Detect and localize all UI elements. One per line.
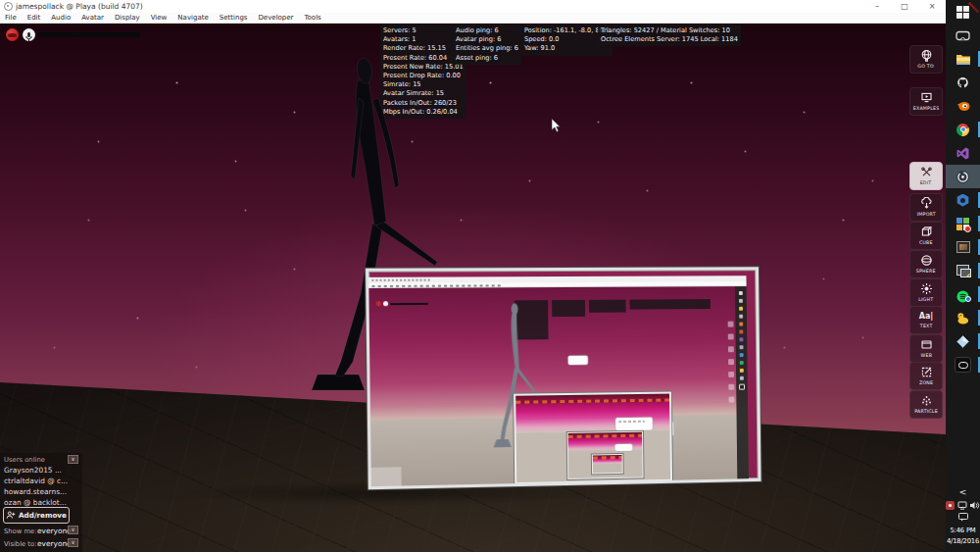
user-list-item[interactable]: howard.stearns... [4, 487, 67, 496]
menu-settings[interactable]: Settings [220, 14, 248, 22]
show-me-dropdown-button[interactable]: ∨ [68, 526, 78, 534]
mute-status-icon[interactable] [6, 28, 19, 41]
taskbar-spotify[interactable] [946, 282, 980, 306]
users-panel-header: Users online [4, 456, 45, 464]
taskbar-prism[interactable] [946, 329, 980, 353]
menu-edit[interactable]: Edit [27, 14, 41, 22]
taskbar-media-pill[interactable] [946, 353, 980, 376]
visible-to-value[interactable]: everyone [37, 539, 72, 548]
edit-button[interactable]: EDIT [909, 162, 943, 190]
particle-icon [920, 394, 933, 407]
user-list-item[interactable]: ozan @ backlot... [4, 498, 67, 507]
import-cloud-icon [920, 197, 933, 210]
windows-logo-icon [956, 6, 969, 19]
audio-level-meter [38, 32, 140, 37]
goto-button[interactable]: GO TO [909, 45, 943, 74]
tray-date: 4/18/2016 [946, 536, 980, 547]
virtual-screen-entity[interactable] [366, 267, 761, 489]
examples-button[interactable]: EXAMPLES [909, 87, 943, 116]
goto-globe-icon [920, 49, 933, 62]
visible-to-dropdown-button[interactable]: ∨ [68, 538, 78, 547]
tray-expand-button[interactable]: < [959, 487, 967, 497]
menu-display[interactable]: Display [115, 14, 140, 22]
menu-audio[interactable]: Audio [51, 14, 71, 22]
taskbar-clock[interactable]: 5:46 PM 4/18/2016 [946, 526, 980, 547]
taskbar-interface-app-active[interactable] [946, 165, 980, 188]
taskbar-image-viewer[interactable] [946, 235, 980, 259]
light-icon [920, 282, 933, 295]
menu-tools[interactable]: Tools [305, 14, 321, 22]
particle-button[interactable]: PARTICLE [909, 390, 943, 419]
menu-view[interactable]: View [151, 14, 168, 22]
import-button[interactable]: IMPORT [909, 193, 943, 222]
menu-developer[interactable]: Developer [258, 14, 293, 22]
tray-message-icon[interactable] [958, 513, 968, 522]
mirrored-audio-meter [390, 303, 428, 305]
add-remove-button[interactable]: Add/remove [3, 507, 70, 524]
show-me-label: Show me: [4, 527, 37, 535]
edit-tools-icon [920, 166, 933, 178]
taskbar-file-explorer[interactable] [946, 47, 980, 71]
interface-app-icon [956, 170, 970, 184]
red-annotation-mark [968, 2, 969, 3]
tray-app-icon[interactable] [946, 501, 955, 510]
window-title: jamespollack @ Playa (build 4707) [16, 2, 143, 11]
close-button[interactable]: × [921, 0, 943, 13]
stats-panel-geometry: Triangles: 52427 / Material Switches: 10… [598, 25, 741, 46]
prism-icon [956, 335, 969, 348]
cube-button[interactable]: CUBE [909, 222, 943, 250]
nested-screen-2 [567, 431, 644, 479]
mirrored-stats-panel [552, 300, 585, 317]
github-octocat-icon [956, 76, 969, 89]
taskbar-rubber-duck[interactable] [946, 306, 980, 329]
menu-avatar[interactable]: Avatar [81, 14, 104, 22]
user-list-item[interactable]: Grayson2015 ... [4, 466, 62, 475]
zone-icon [920, 366, 933, 378]
mirrored-viewport [368, 286, 749, 486]
taskbar-github[interactable] [946, 71, 980, 94]
taskbar-hexagon-utility[interactable] [946, 188, 980, 212]
desktop-screen: jamespollack @ Playa (build 4707) – □ × … [0, 0, 980, 552]
notification-badge [964, 226, 971, 232]
mirrored-tool-rail [728, 322, 735, 403]
tray-network-icon[interactable] [957, 501, 967, 510]
taskbar-photos[interactable] [946, 212, 980, 235]
nested-screen-3 [592, 454, 623, 475]
spotify-icon [956, 288, 969, 301]
minimize-button[interactable]: – [866, 0, 888, 13]
menu-file[interactable]: File [5, 14, 17, 22]
window-titlebar: jamespollack @ Playa (build 4707) – □ × [0, 0, 946, 13]
vr-headset-icon [956, 30, 970, 41]
sphere-icon [920, 254, 933, 267]
zone-button[interactable]: ZONE [909, 362, 943, 390]
text-button[interactable]: Aa| TEXT [909, 306, 943, 334]
taskbar-vr-headset[interactable] [946, 24, 980, 47]
add-person-icon [6, 510, 16, 521]
show-me-value[interactable]: everyone [37, 527, 72, 535]
light-button[interactable]: LIGHT [909, 278, 943, 307]
tray-volume-icon[interactable] [970, 501, 980, 510]
taskbar-screen-share[interactable] [946, 259, 980, 282]
taskbar-visual-studio[interactable] [946, 141, 980, 165]
mirrored-mute-icon [376, 301, 381, 306]
users-online-panel: Users online ∨ Grayson2015 ... ctrlaltda… [0, 453, 82, 552]
mirrored-users-panel [371, 467, 402, 486]
viewport-3d[interactable]: Servers: 5Avatars: 1Render Rate: 15.15 P… [0, 24, 946, 552]
examples-screen-icon [920, 91, 933, 104]
taskbar-blender[interactable] [946, 94, 980, 118]
maximize-button[interactable]: □ [894, 0, 915, 13]
chrome-icon [956, 124, 969, 136]
sphere-button[interactable]: SPHERE [909, 250, 943, 278]
stars [0, 24, 1, 25]
start-button[interactable] [946, 0, 980, 24]
microphone-icon[interactable] [23, 28, 35, 41]
users-panel-collapse-button[interactable]: ∨ [68, 455, 78, 464]
web-button[interactable]: WEB [909, 334, 943, 363]
visible-to-label: Visible to: [4, 540, 36, 548]
user-list-item[interactable]: ctrlaltdavid @ c... [4, 477, 68, 485]
taskbar-chrome[interactable] [946, 118, 980, 141]
mirrored-stats-panel [630, 299, 710, 309]
mirrored-overlay-box [568, 356, 588, 365]
menu-navigate[interactable]: Navigate [177, 14, 208, 22]
mouse-cursor [552, 119, 563, 133]
